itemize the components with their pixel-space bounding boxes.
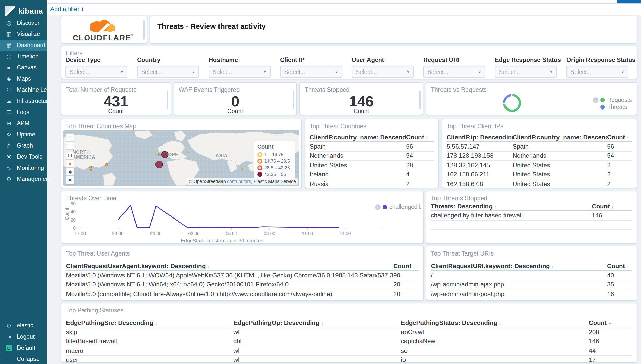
pathing-src-cell: user — [66, 357, 233, 363]
sidebar-footer-item[interactable]: ⊙ elastic — [0, 320, 47, 331]
sidebar-item[interactable]: ◷ Timelion — [0, 51, 47, 62]
sidebar-item[interactable]: ☁ Infrastructure — [0, 95, 47, 106]
pathing-op-cell: chl — [233, 338, 401, 345]
table-header: ClientIP.ip: Descending ClientIP.country… — [447, 133, 632, 142]
sort-icon[interactable] — [627, 264, 629, 269]
chevron-down-icon: ∨ — [621, 69, 624, 74]
kibana-logo[interactable]: kibana — [0, 0, 47, 18]
table-row: /wp-admin/admin-ajax.php?action=update-z… — [431, 299, 632, 301]
map-threat-dot[interactable] — [105, 163, 108, 166]
sidebar-footer-item[interactable]: D Default — [0, 342, 47, 353]
sort-icon[interactable] — [321, 321, 323, 326]
filter-select[interactable]: Select... ∨ — [495, 66, 557, 78]
filter-select[interactable]: Select... ∨ — [280, 66, 342, 78]
count-cell: 54 — [406, 152, 434, 159]
count-cell: 2 — [607, 162, 632, 169]
filter-select-placeholder: Select... — [213, 69, 234, 75]
sidebar-item[interactable]: ⊞ APM — [0, 118, 47, 129]
filter-field-label: Edge Response Status — [495, 56, 557, 63]
legend-item-challenged[interactable]: challenged b... — [375, 203, 421, 210]
map-legend-item: 1 – 14.75 — [257, 151, 292, 158]
map-threat-dot[interactable] — [161, 151, 168, 158]
map-threat-dot[interactable] — [155, 160, 163, 168]
expand-legend-icon[interactable] — [375, 204, 381, 210]
sidebar-item[interactable]: ⚒ Dev Tools — [0, 151, 47, 162]
sidebar-item[interactable]: ▦ Dashboard — [0, 40, 47, 51]
expand-legend-icon[interactable] — [593, 97, 599, 103]
sort-icon[interactable] — [494, 204, 496, 209]
donut-panel-title: Threats vs Requests — [426, 83, 637, 93]
sidebar-item-label: Dev Tools — [17, 154, 42, 160]
sort-icon[interactable] — [499, 321, 501, 326]
sidebar-item[interactable]: ⋔ Graph — [0, 140, 47, 151]
map-threat-dot[interactable] — [241, 168, 243, 170]
add-filter-link[interactable]: Add a filter+ — [50, 6, 85, 13]
count-cell: 35 — [607, 281, 632, 288]
filters-panel-title: Filters — [61, 46, 637, 57]
sidebar-item[interactable]: ↻ Uptime — [0, 129, 47, 140]
map-polygon-tool-button[interactable]: ◆ — [66, 168, 74, 176]
chevron-down-icon: ∨ — [407, 69, 410, 74]
legend-label: challenged b... — [389, 204, 421, 210]
map-threat-dot[interactable] — [89, 166, 92, 168]
map-circle-tool-button[interactable]: ● — [66, 160, 74, 168]
sidebar-item[interactable]: ▥ Visualize — [0, 28, 47, 40]
sidebar-item-label: Infrastructure — [17, 98, 51, 104]
sort-icon[interactable] — [155, 321, 157, 326]
count-cell: 4 — [406, 171, 434, 178]
filter-select[interactable]: Select... ∨ — [65, 66, 127, 78]
sidebar-item[interactable]: ▣ Canvas — [0, 62, 47, 73]
table-header: EdgePathingSrc: Descending EdgePathingOp… — [66, 318, 632, 328]
table-body: 5.56.57.147 Spain 56 178.128.193.158 Net… — [447, 142, 632, 188]
table-row: United States 28 — [310, 161, 434, 170]
table-row: macro wl se 44 — [66, 346, 632, 356]
sidebar-item-label: Maps — [17, 76, 31, 82]
map-rectangle-tool-button[interactable]: ■ — [66, 176, 74, 184]
map-threat-dot[interactable] — [187, 151, 189, 153]
filter-select[interactable]: Select... ∨ — [137, 66, 199, 78]
sort-icon[interactable] — [426, 135, 428, 140]
panel-scrollbar[interactable] — [293, 91, 294, 109]
sidebar-item-icon: ▦ — [6, 42, 12, 48]
filter-field-label: Country — [137, 56, 199, 63]
threats-vs-requests-donut[interactable] — [502, 93, 522, 113]
sidebar-item[interactable]: ◎ Discover — [0, 17, 47, 28]
osm-link[interactable]: contributors, — [226, 179, 252, 184]
filter-select[interactable]: Select... ∨ — [423, 66, 485, 78]
sidebar-item[interactable]: ◈ Maps — [0, 73, 47, 84]
sort-icon[interactable] — [413, 264, 415, 269]
map-zoom-in-button[interactable]: + — [66, 133, 74, 141]
map-threat-dot[interactable] — [155, 152, 157, 155]
sort-icon[interactable] — [207, 264, 210, 269]
filter-select[interactable]: Select... ∨ — [209, 66, 271, 78]
legend-item-requests[interactable]: Requests — [593, 96, 632, 103]
sidebar-item[interactable]: ☰ Logs — [0, 106, 47, 118]
map-crop-tool-button[interactable]: ⊡ — [66, 152, 74, 160]
sort-desc-icon[interactable] — [608, 321, 612, 326]
filter-select-placeholder: Select... — [70, 69, 91, 75]
filter-select[interactable]: Select... ∨ — [352, 66, 414, 78]
sidebar-footer-icon: ⊙ — [6, 322, 12, 329]
uri-cell: /wp-admin/admin-ajax.php — [431, 281, 607, 288]
map-threat-dot[interactable] — [90, 169, 92, 171]
update-button-fragment[interactable] — [617, 0, 641, 3]
sidebar-footer-item[interactable]: ← Collapse — [0, 353, 47, 364]
panel-scrollbar[interactable] — [143, 20, 145, 40]
panel-scrollbar[interactable] — [419, 91, 421, 109]
sort-icon[interactable] — [611, 204, 614, 209]
map-zoom-out-button[interactable]: − — [66, 141, 74, 150]
table-row: Russia 2 — [310, 179, 434, 188]
legend-item-threats[interactable]: Threats — [593, 103, 632, 111]
sidebar-item[interactable]: ∿ Monitoring — [0, 162, 47, 173]
world-map[interactable]: NORTH AMERICA EUROPE ASIA + − ⊡ ● ◆ ■ Co… — [63, 130, 299, 186]
sidebar-item[interactable]: ∷ Machine Le... — [0, 84, 47, 95]
ip-cell: 178.128.193.158 — [447, 152, 513, 159]
sort-icon[interactable] — [627, 135, 629, 140]
panel-scrollbar[interactable] — [167, 91, 168, 109]
filter-select[interactable]: Select... ∨ — [566, 66, 628, 78]
sidebar-footer-item[interactable]: ⇥ Logout — [0, 331, 47, 342]
country-cell: United States — [513, 180, 607, 187]
sort-icon[interactable] — [551, 264, 554, 269]
sidebar-item[interactable]: ⚙ Management — [0, 173, 47, 185]
cloudflare-logo-panel: CLOUDFLARE ® — [61, 16, 147, 44]
